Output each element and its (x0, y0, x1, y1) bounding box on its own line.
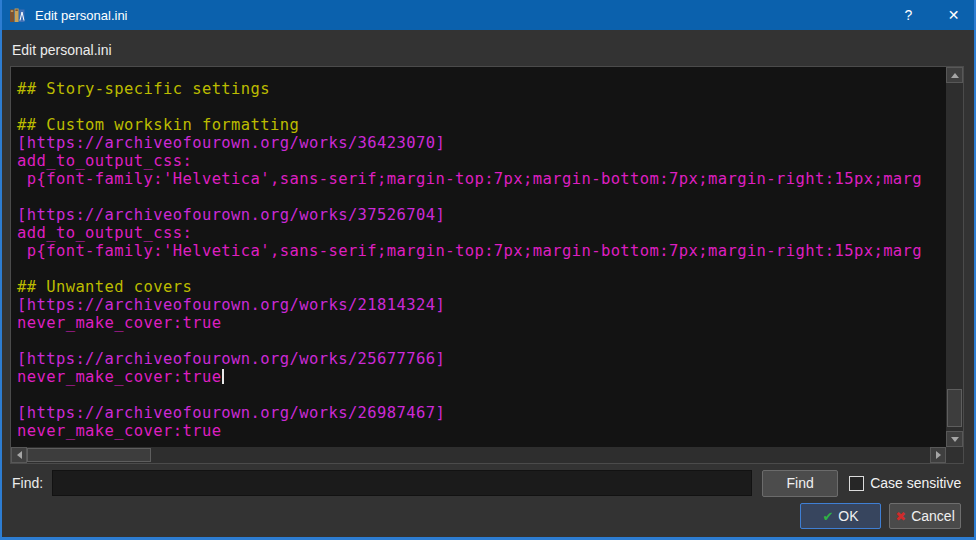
vertical-scrollbar[interactable] (946, 67, 963, 447)
scroll-up-button[interactable] (946, 67, 963, 83)
code-line[interactable]: p{font-family:'Helvetica',sans-serif;mar… (17, 242, 946, 260)
code-line[interactable]: ## Story-specific settings (17, 80, 946, 98)
scroll-right-button[interactable] (930, 447, 946, 463)
find-button[interactable]: Find (762, 470, 838, 497)
ini-editor: ## Story-specific settings ## Custom wor… (10, 66, 964, 464)
red-cross-icon: ✖ (895, 509, 906, 524)
vertical-scroll-thumb[interactable] (947, 389, 962, 427)
green-check-icon: ✔ (822, 509, 833, 524)
code-line[interactable]: never_make_cover:true (17, 422, 946, 440)
code-line[interactable] (17, 188, 946, 206)
case-sensitive-checkbox[interactable] (849, 476, 864, 491)
code-line[interactable] (17, 98, 946, 116)
find-input[interactable] (52, 470, 752, 496)
code-line[interactable]: [https://archiveofourown.org/works/21814… (17, 296, 946, 314)
code-line[interactable] (17, 386, 946, 404)
cancel-button-label: Cancel (911, 508, 955, 524)
down-arrow-icon (951, 437, 959, 442)
code-line[interactable]: add_to_output_css: (17, 224, 946, 242)
dialog-heading: Edit personal.ini (12, 42, 112, 58)
help-button[interactable]: ? (886, 0, 931, 30)
code-line[interactable]: p{font-family:'Helvetica',sans-serif;mar… (17, 170, 946, 188)
scroll-left-button[interactable] (11, 447, 27, 463)
code-line[interactable]: [https://archiveofourown.org/works/36423… (17, 134, 946, 152)
ok-button-label: OK (838, 508, 858, 524)
horizontal-scroll-thumb[interactable] (27, 448, 151, 462)
scrollbar-corner (946, 447, 963, 463)
code-line[interactable] (17, 260, 946, 278)
code-line[interactable]: add_to_output_css: (17, 152, 946, 170)
close-button[interactable]: ✕ (931, 0, 976, 30)
code-line[interactable] (17, 332, 946, 350)
code-line[interactable]: never_make_cover:true (17, 368, 946, 386)
code-line[interactable]: [https://archiveofourown.org/works/25677… (17, 350, 946, 368)
ok-button[interactable]: ✔ OK (800, 503, 881, 529)
find-label: Find: (12, 475, 43, 491)
window-title: Edit personal.ini (35, 8, 886, 23)
edit-personal-ini-dialog: { "window": { "title": "Edit personal.in… (0, 0, 976, 540)
code-line[interactable]: never_make_cover:true (17, 314, 946, 332)
right-arrow-icon (936, 451, 941, 459)
fanficfare-books-icon (9, 7, 26, 24)
code-line[interactable]: [https://archiveofourown.org/works/26987… (17, 404, 946, 422)
up-arrow-icon (951, 73, 959, 78)
code-line[interactable]: ## Unwanted covers (17, 278, 946, 296)
title-bar[interactable]: Edit personal.ini ? ✕ (0, 0, 976, 30)
left-arrow-icon (17, 451, 22, 459)
case-sensitive-option[interactable]: Case sensitive (849, 475, 961, 491)
dialog-button-row: ✔ OK ✖ Cancel (800, 503, 961, 529)
case-sensitive-label[interactable]: Case sensitive (870, 475, 961, 491)
code-line[interactable]: ## Custom workskin formatting (17, 116, 946, 134)
horizontal-scrollbar[interactable] (11, 447, 946, 463)
cancel-button[interactable]: ✖ Cancel (889, 503, 961, 529)
code-line[interactable]: [https://archiveofourown.org/works/37526… (17, 206, 946, 224)
scroll-down-button[interactable] (946, 431, 963, 447)
text-caret (222, 369, 224, 384)
find-row: Find: Find Case sensitive (12, 470, 968, 496)
code-content[interactable]: ## Story-specific settings ## Custom wor… (11, 67, 946, 447)
